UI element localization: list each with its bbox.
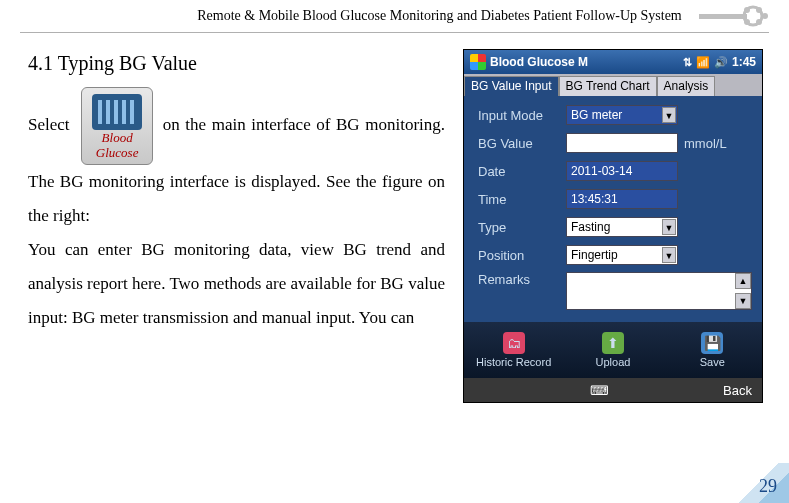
field-date-value: 2011-03-14 <box>571 164 632 178</box>
icon-label-1: Blood <box>102 130 133 145</box>
label-input-mode: Input Mode <box>478 108 566 123</box>
scroll-down-icon[interactable]: ▼ <box>735 293 751 309</box>
field-time[interactable]: 13:45:31 <box>566 189 678 209</box>
sync-icon: ⇅ <box>683 56 692 69</box>
tab-bg-value-input[interactable]: BG Value Input <box>464 76 559 96</box>
soft-right-back[interactable]: Back <box>723 383 752 398</box>
scroll-up-icon[interactable]: ▲ <box>735 273 751 289</box>
header-logo-icon <box>699 3 769 29</box>
doc-header: Remote & Mobile Blood Glucose Monitoring… <box>0 0 789 32</box>
chevron-down-icon[interactable]: ▼ <box>662 247 676 263</box>
svg-point-6 <box>762 13 768 19</box>
signal-icon: 📶 <box>696 56 710 69</box>
save-label: Save <box>700 356 725 368</box>
doc-header-title: Remote & Mobile Blood Glucose Monitoring… <box>0 8 699 24</box>
tab-bg-trend-chart[interactable]: BG Trend Chart <box>559 76 657 96</box>
chevron-down-icon[interactable]: ▼ <box>662 107 676 123</box>
label-bg-value: BG Value <box>478 136 566 151</box>
label-date: Date <box>478 164 566 179</box>
chevron-down-icon[interactable]: ▼ <box>662 219 676 235</box>
window-titlebar: Blood Glucose M ⇅ 📶 🔊 1:45 <box>464 50 762 74</box>
field-time-value: 13:45:31 <box>571 192 618 206</box>
para1-before: Select <box>28 115 70 134</box>
unit-bg-value: mmol/L <box>684 136 727 151</box>
svg-point-2 <box>744 7 750 13</box>
svg-point-3 <box>756 7 762 13</box>
field-remarks[interactable]: ▲ ▼ <box>566 272 752 310</box>
label-position: Position <box>478 248 566 263</box>
soft-key-bar: ⌨ Back <box>464 378 762 402</box>
svg-rect-0 <box>699 14 747 19</box>
upload-label: Upload <box>596 356 631 368</box>
svg-point-5 <box>756 19 762 25</box>
field-position-value: Fingertip <box>571 248 618 262</box>
windows-start-icon[interactable] <box>470 54 486 70</box>
tab-analysis[interactable]: Analysis <box>657 76 716 96</box>
blood-glucose-app-icon: Blood Glucose <box>81 87 153 165</box>
label-remarks: Remarks <box>478 272 566 287</box>
icon-label-2: Glucose <box>96 145 139 160</box>
tab-bar: BG Value Input BG Trend Chart Analysis <box>464 74 762 96</box>
window-title: Blood Glucose M <box>490 55 679 69</box>
bottom-toolbar: 🗂 Historic Record ⬆ Upload 💾 Save <box>464 322 762 378</box>
save-icon: 💾 <box>701 332 723 354</box>
upload-button[interactable]: ⬆ Upload <box>563 322 662 378</box>
form-area: Input Mode BG meter ▼ BG Value mmol/L Da… <box>464 96 762 322</box>
paragraph-2: You can enter BG monitoring data, view B… <box>28 233 445 335</box>
page-number: 29 <box>759 476 777 497</box>
body-text-column: 4.1 Typing BG Value Select Blood Glucose… <box>28 43 445 403</box>
paragraph-1: Select Blood Glucose on the main interfa… <box>28 87 445 233</box>
sound-icon: 🔊 <box>714 56 728 69</box>
save-button[interactable]: 💾 Save <box>663 322 762 378</box>
field-input-mode-value: BG meter <box>571 108 622 122</box>
field-bg-value[interactable] <box>566 133 678 153</box>
keyboard-icon[interactable]: ⌨ <box>590 383 608 398</box>
field-position[interactable]: Fingertip ▼ <box>566 245 678 265</box>
clock-text: 1:45 <box>732 55 756 69</box>
field-type[interactable]: Fasting ▼ <box>566 217 678 237</box>
device-screenshot: Blood Glucose M ⇅ 📶 🔊 1:45 BG Value Inpu… <box>463 43 769 403</box>
label-time: Time <box>478 192 566 207</box>
section-heading: 4.1 Typing BG Value <box>28 43 445 83</box>
history-icon: 🗂 <box>503 332 525 354</box>
historic-record-button[interactable]: 🗂 Historic Record <box>464 322 563 378</box>
field-type-value: Fasting <box>571 220 610 234</box>
field-input-mode[interactable]: BG meter ▼ <box>566 105 678 125</box>
field-date[interactable]: 2011-03-14 <box>566 161 678 181</box>
label-type: Type <box>478 220 566 235</box>
historic-record-label: Historic Record <box>476 356 551 368</box>
svg-point-4 <box>744 19 750 25</box>
upload-icon: ⬆ <box>602 332 624 354</box>
